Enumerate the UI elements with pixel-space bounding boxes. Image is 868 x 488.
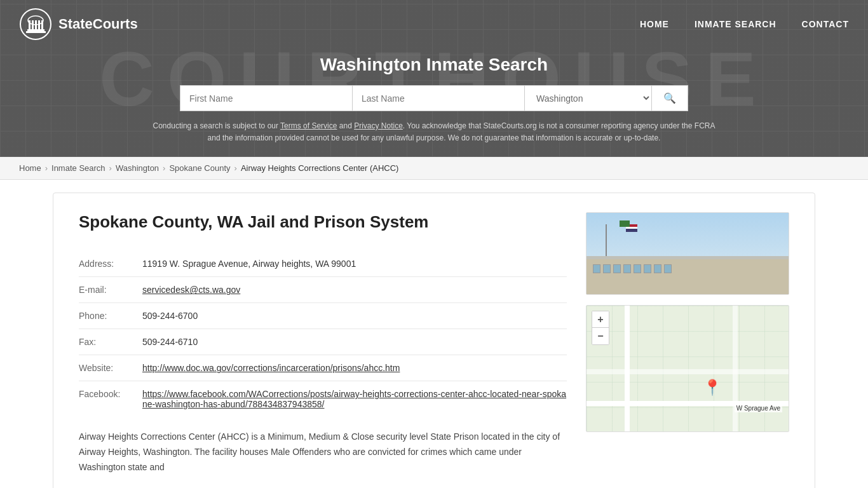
- search-title: Washington Inmate Search: [13, 55, 855, 75]
- email-link[interactable]: servicedesk@cts.wa.gov: [142, 285, 240, 295]
- top-nav: StateCourts HOME INMATE SEARCH CONTACT: [0, 0, 868, 48]
- search-button[interactable]: 🔍: [652, 85, 688, 111]
- website-row: Website: http://www.doc.wa.gov/correctio…: [79, 355, 567, 381]
- phone-row: Phone: 509-244-6700: [79, 303, 567, 329]
- main-content: Spokane County, WA Jail and Prison Syste…: [34, 193, 834, 488]
- search-bar: Select State Alabama Alaska Washington 🔍: [180, 85, 688, 111]
- facility-image: [586, 212, 789, 295]
- breadcrumb-current: Airway Heights Corrections Center (AHCC): [241, 163, 399, 173]
- state-select[interactable]: Select State Alabama Alaska Washington: [525, 85, 652, 111]
- breadcrumb-home[interactable]: Home: [19, 163, 41, 173]
- terms-link[interactable]: Terms of Service: [280, 121, 337, 130]
- phone-value: 509-244-6700: [142, 303, 567, 329]
- breadcrumb-sep-4: ›: [234, 163, 237, 173]
- window-1: [593, 264, 600, 273]
- map-road-h2: [587, 369, 789, 374]
- nav-inmate-search[interactable]: INMATE SEARCH: [695, 19, 776, 29]
- address-label: Address:: [79, 251, 142, 277]
- breadcrumb-state[interactable]: Washington: [116, 163, 159, 173]
- nav-contact[interactable]: CONTACT: [802, 19, 849, 29]
- breadcrumb: Home › Inmate Search › Washington › Spok…: [0, 157, 868, 180]
- phone-label: Phone:: [79, 303, 142, 329]
- window-2: [603, 264, 611, 273]
- svg-rect-8: [26, 31, 46, 33]
- svg-rect-4: [35, 20, 37, 29]
- content-card: Spokane County, WA Jail and Prison Syste…: [53, 193, 815, 488]
- svg-rect-2: [29, 20, 31, 29]
- map-zoom-in[interactable]: +: [592, 311, 609, 328]
- map-pin: 📍: [703, 379, 722, 396]
- window-4: [623, 264, 631, 273]
- nav-links: HOME INMATE SEARCH CONTACT: [640, 19, 849, 29]
- privacy-link[interactable]: Privacy Notice: [354, 121, 403, 130]
- facility-description: Airway Heights Corrections Center (AHCC)…: [79, 430, 567, 475]
- window-6: [644, 264, 651, 273]
- flag-pole: [606, 224, 607, 256]
- map-road-v2: [733, 306, 738, 431]
- email-row: E-mail: servicedesk@cts.wa.gov: [79, 277, 567, 303]
- facebook-row: Facebook: https://www.facebook.com/WACor…: [79, 381, 567, 417]
- fax-row: Fax: 509-244-6710: [79, 329, 567, 355]
- website-link[interactable]: http://www.doc.wa.gov/corrections/incarc…: [142, 363, 400, 373]
- map-container[interactable]: 📍 W Sprague Ave + −: [586, 305, 789, 432]
- fax-value: 509-244-6710: [142, 329, 567, 355]
- wa-flag: [620, 220, 630, 227]
- address-value: 11919 W. Sprague Avenue, Airway heights,…: [142, 251, 567, 277]
- window-7: [654, 264, 661, 273]
- site-name: StateCourts: [58, 16, 138, 32]
- disclaimer-text: Conducting a search is subject to our Te…: [148, 120, 720, 144]
- breadcrumb-county[interactable]: Spokane County: [169, 163, 230, 173]
- map-controls: + −: [592, 311, 609, 345]
- address-row: Address: 11919 W. Sprague Avenue, Airway…: [79, 251, 567, 277]
- breadcrumb-inmate-search[interactable]: Inmate Search: [51, 163, 105, 173]
- page-header: COURTHOUSE St: [0, 0, 868, 157]
- map-zoom-out[interactable]: −: [592, 328, 609, 344]
- building-facade: [587, 259, 789, 294]
- facebook-value: https://www.facebook.com/WACorrections/p…: [142, 381, 567, 417]
- nav-home[interactable]: HOME: [640, 19, 669, 29]
- breadcrumb-sep-2: ›: [109, 163, 112, 173]
- website-label: Website:: [79, 355, 142, 381]
- window-5: [634, 264, 641, 273]
- breadcrumb-sep-1: ›: [45, 163, 48, 173]
- map-tiles: [587, 306, 789, 431]
- window-3: [613, 264, 621, 273]
- facebook-label: Facebook:: [79, 381, 142, 417]
- page-title: Spokane County, WA Jail and Prison Syste…: [79, 212, 567, 232]
- svg-rect-5: [38, 20, 40, 29]
- website-value: http://www.doc.wa.gov/corrections/incarc…: [142, 355, 567, 381]
- site-logo-icon: [19, 8, 52, 41]
- search-icon: 🔍: [663, 93, 676, 104]
- first-name-input[interactable]: [180, 85, 352, 111]
- content-left: Spokane County, WA Jail and Prison Syste…: [79, 212, 567, 475]
- map-street-label: W Sprague Ave: [735, 404, 782, 412]
- building-windows: [587, 259, 789, 278]
- email-label: E-mail:: [79, 277, 142, 303]
- last-name-input[interactable]: [352, 85, 525, 111]
- building: [587, 256, 789, 294]
- info-table: Address: 11919 W. Sprague Avenue, Airway…: [79, 251, 567, 417]
- sky: [587, 213, 789, 256]
- logo-link[interactable]: StateCourts: [19, 8, 138, 41]
- map-road-vertical: [625, 306, 630, 431]
- search-section: Washington Inmate Search Select State Al…: [0, 48, 868, 157]
- email-value: servicedesk@cts.wa.gov: [142, 277, 567, 303]
- svg-rect-3: [32, 20, 34, 29]
- breadcrumb-sep-3: ›: [163, 163, 165, 173]
- content-right: 📍 W Sprague Ave + −: [586, 212, 789, 475]
- window-8: [664, 264, 672, 273]
- svg-rect-6: [41, 20, 43, 29]
- facebook-link[interactable]: https://www.facebook.com/WACorrections/p…: [142, 389, 566, 409]
- fax-label: Fax:: [79, 329, 142, 355]
- svg-rect-7: [27, 29, 44, 31]
